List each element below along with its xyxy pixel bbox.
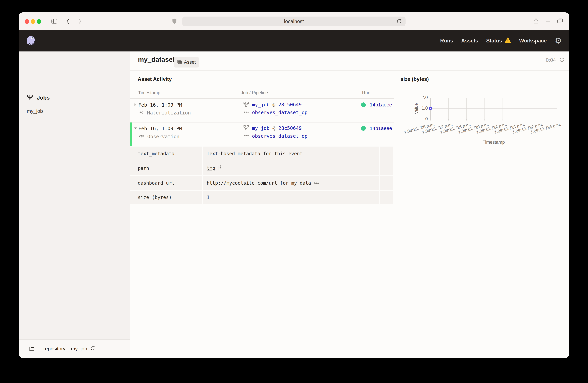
observation-eye-icon [139, 134, 144, 139]
privacy-shield-icon [172, 18, 177, 25]
selected-row-accent [130, 122, 132, 146]
data-point [429, 107, 432, 110]
expand-row-icon[interactable] [134, 103, 137, 107]
materialization-sparkle-icon [139, 110, 144, 116]
op-icon [243, 135, 249, 138]
share-icon[interactable] [533, 18, 539, 25]
nav-link-assets[interactable]: Assets [461, 38, 478, 44]
job-link[interactable]: my_job [252, 102, 270, 107]
asset-table-icon [177, 59, 182, 65]
refresh-icon[interactable] [559, 57, 565, 63]
asset-tag: Asset [174, 57, 199, 67]
job-graph-icon [243, 101, 249, 107]
jobs-graph-icon [27, 95, 33, 101]
nav-link-status[interactable]: Status [486, 37, 511, 44]
metadata-key-cell: dashboard_url [130, 176, 202, 190]
browser-chrome: localhost [19, 12, 569, 30]
run-link[interactable]: 14b1aeee [370, 125, 392, 131]
op-icon [243, 111, 249, 114]
reload-repository-icon[interactable] [90, 346, 95, 352]
column-header-timestamp: Timestamp [138, 90, 160, 95]
warning-triangle-icon [505, 37, 511, 44]
op-link[interactable]: observes_dataset_op [252, 133, 308, 139]
run-status-dot [361, 126, 366, 131]
page-title: my_dataset [138, 56, 175, 63]
refresh-timer: 0:04 [546, 57, 565, 63]
settings-gear-icon[interactable]: ⚙ [555, 37, 562, 45]
dagster-logo[interactable] [26, 35, 36, 46]
metadata-value-cell: tmp [203, 161, 379, 175]
job-link[interactable]: my_job [252, 125, 270, 131]
back-icon[interactable] [66, 19, 70, 25]
metadata-value-cell: 1 [203, 191, 379, 204]
minimize-window-button[interactable] [31, 19, 35, 24]
y-axis-title: Value [414, 98, 419, 120]
path-link[interactable]: tmp [207, 165, 215, 171]
collapse-row-icon[interactable] [134, 127, 137, 130]
close-window-button[interactable] [25, 19, 29, 24]
address-bar[interactable]: localhost [182, 17, 405, 26]
tab-overview-icon[interactable] [557, 18, 563, 24]
sidebar: Jobs my_job __repository__my_job [19, 51, 130, 358]
event-type: Observation [147, 134, 179, 139]
metadata-key-cell: path [130, 161, 202, 175]
toggle-sidebar-icon[interactable] [51, 19, 57, 24]
chart-title: size (bytes) [400, 76, 429, 82]
url-text: localhost [284, 19, 304, 24]
copy-clipboard-icon[interactable] [218, 165, 223, 171]
metadata-value-cell: http://mycoolsite.com/url_for_my_data [203, 176, 379, 190]
x-axis-title: Timestamp [469, 140, 519, 145]
forward-icon[interactable] [78, 19, 82, 25]
run-status-dot [361, 102, 366, 107]
event-timestamp: Feb 16, 1:09 PM [138, 126, 182, 131]
external-link-chain-icon [314, 181, 319, 185]
revision-link[interactable]: 28c50649 [278, 125, 302, 131]
column-header-job-pipeline: Job / Pipeline [241, 90, 268, 95]
event-type: Materialization [147, 110, 191, 116]
zoom-window-button[interactable] [37, 19, 41, 24]
reload-icon[interactable] [397, 19, 402, 25]
activity-section-title: Asset Activity [138, 76, 172, 82]
asset-tag-label: Asset [184, 60, 196, 65]
sidebar-section-jobs: Jobs [27, 95, 50, 101]
metadata-key-cell: text_metadata [130, 146, 202, 161]
folder-icon [29, 346, 34, 351]
app-navbar: / Runs Assets Status Workspac [19, 30, 569, 51]
metadata-value-cell: Text-based metadata for this event [203, 146, 379, 161]
dashboard-url-link[interactable]: http://mycoolsite.com/url_for_my_data [207, 180, 311, 186]
nav-link-runs[interactable]: Runs [440, 38, 453, 44]
column-header-run: Run [362, 90, 370, 95]
repository-footer: __repository__my_job [19, 339, 130, 358]
browser-window: localhost [19, 12, 569, 358]
sidebar-item-my-job[interactable]: my_job [27, 108, 43, 114]
job-graph-icon [243, 125, 249, 131]
revision-link[interactable]: 28c50649 [278, 102, 302, 107]
repository-name: __repository__my_job [38, 346, 87, 352]
sidebar-section-title: Jobs [37, 95, 50, 101]
run-link[interactable]: 14b1aeee [370, 102, 392, 108]
nav-link-workspace[interactable]: Workspace [519, 38, 547, 44]
op-link[interactable]: observes_dataset_op [252, 110, 308, 115]
new-tab-icon[interactable] [546, 19, 550, 24]
chart-plot [426, 96, 562, 123]
event-timestamp: Feb 16, 1:09 PM [138, 102, 182, 108]
metadata-key-cell: size (bytes) [130, 191, 202, 204]
asset-detail-content: my_dataset Asset 0:04 Asset Activity siz… [130, 51, 569, 358]
navbar-links: Runs Assets Status Workspace ⚙ [440, 30, 562, 51]
timer-value: 0:04 [546, 57, 556, 63]
